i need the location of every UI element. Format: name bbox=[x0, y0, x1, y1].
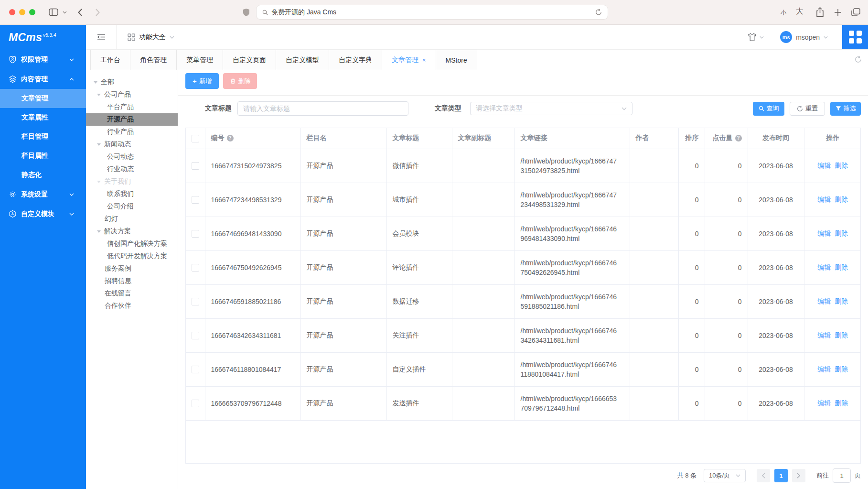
privacy-shield-icon[interactable] bbox=[243, 8, 250, 19]
delete-link[interactable]: 删除 bbox=[835, 297, 848, 305]
tab-close-icon[interactable]: × bbox=[422, 57, 426, 63]
prev-page-button[interactable] bbox=[757, 469, 770, 482]
tree-item[interactable]: 公司产品 bbox=[86, 88, 178, 101]
caret-down-icon[interactable] bbox=[97, 94, 101, 96]
tree-item[interactable]: 行业产品 bbox=[86, 126, 178, 138]
edit-link[interactable]: 编辑 bbox=[817, 399, 831, 407]
page-size-select[interactable]: 10条/页 bbox=[704, 469, 746, 482]
sidebar-subitem-4[interactable]: 栏目属性 bbox=[0, 146, 86, 165]
text-zoom-in-icon[interactable]: 大 bbox=[796, 7, 804, 17]
query-button[interactable]: 查询 bbox=[753, 102, 784, 116]
edit-link[interactable]: 编辑 bbox=[817, 297, 831, 305]
type-filter-select[interactable]: 请选择文章类型 bbox=[470, 102, 632, 115]
delete-link[interactable]: 删除 bbox=[835, 263, 848, 271]
tab-7[interactable]: 文章管理× bbox=[382, 50, 436, 70]
tab-1[interactable]: 工作台 bbox=[90, 50, 130, 70]
new-tab-icon[interactable] bbox=[834, 9, 842, 16]
row-checkbox[interactable] bbox=[192, 264, 199, 272]
sidebar-subitem-1[interactable]: 文章管理 bbox=[0, 89, 86, 108]
caret-down-icon[interactable] bbox=[97, 230, 101, 233]
reset-button[interactable]: 重置 bbox=[790, 102, 825, 116]
forward-icon[interactable] bbox=[95, 8, 100, 17]
tree-item[interactable]: 合作伙伴 bbox=[86, 300, 178, 312]
next-page-button[interactable] bbox=[792, 469, 805, 482]
app-logo[interactable]: MCms v5.3.4 bbox=[0, 25, 86, 50]
delete-link[interactable]: 删除 bbox=[835, 365, 848, 373]
collapse-sidebar-icon[interactable] bbox=[97, 33, 106, 41]
tree-item[interactable]: 全部 bbox=[86, 76, 178, 88]
tab-8[interactable]: MStore bbox=[436, 50, 477, 70]
tree-item[interactable]: 幻灯 bbox=[86, 213, 178, 225]
tree-item[interactable]: 招聘信息 bbox=[86, 275, 178, 287]
current-page-button[interactable]: 1 bbox=[774, 469, 788, 482]
reload-icon[interactable] bbox=[595, 9, 602, 16]
edit-link[interactable]: 编辑 bbox=[817, 196, 831, 203]
sidebar-group-permissions[interactable]: 权限管理 bbox=[0, 50, 86, 69]
tab-2[interactable]: 角色管理 bbox=[130, 50, 177, 70]
row-checkbox[interactable] bbox=[192, 162, 199, 170]
edit-link[interactable]: 编辑 bbox=[817, 365, 831, 373]
share-icon[interactable] bbox=[816, 7, 824, 17]
caret-down-icon[interactable] bbox=[94, 81, 97, 84]
minimize-window-button[interactable] bbox=[19, 9, 25, 15]
delete-button[interactable]: 删除 bbox=[223, 73, 257, 89]
add-button[interactable]: + 新增 bbox=[185, 73, 219, 89]
apps-grid-button[interactable] bbox=[842, 25, 868, 49]
tab-overview-icon[interactable] bbox=[851, 8, 860, 16]
tree-item[interactable]: 平台产品 bbox=[86, 101, 178, 113]
tree-item[interactable]: 关于我们 bbox=[86, 175, 178, 188]
goto-page-input[interactable] bbox=[833, 468, 851, 483]
edit-link[interactable]: 编辑 bbox=[817, 263, 831, 271]
feature-menu[interactable]: 功能大全 bbox=[128, 33, 174, 42]
filter-button[interactable]: 筛选 bbox=[830, 102, 861, 116]
tree-item[interactable]: 新闻动态 bbox=[86, 138, 178, 151]
sidebar-subitem-3[interactable]: 栏目管理 bbox=[0, 127, 86, 146]
back-icon[interactable] bbox=[77, 8, 83, 17]
delete-link[interactable]: 删除 bbox=[835, 229, 848, 237]
select-all-checkbox[interactable] bbox=[192, 135, 199, 142]
sidebar-group-settings[interactable]: 系统设置 bbox=[0, 185, 86, 204]
tree-item[interactable]: 解决方案 bbox=[86, 225, 178, 238]
text-zoom-out-icon[interactable]: 小 bbox=[781, 9, 786, 17]
tab-6[interactable]: 自定义字典 bbox=[329, 50, 382, 70]
tab-4[interactable]: 自定义页面 bbox=[223, 50, 276, 70]
address-bar[interactable]: 免费开源的 Java Cms bbox=[256, 5, 608, 20]
tree-item[interactable]: 联系我们 bbox=[86, 188, 178, 200]
maximize-window-button[interactable] bbox=[29, 9, 35, 15]
tree-item[interactable]: 低代码开发解决方案 bbox=[86, 250, 178, 262]
tree-item[interactable]: 行业动态 bbox=[86, 163, 178, 175]
edit-link[interactable]: 编辑 bbox=[817, 229, 831, 237]
close-window-button[interactable] bbox=[9, 9, 15, 15]
tree-item[interactable]: 在线留言 bbox=[86, 287, 178, 300]
row-checkbox[interactable] bbox=[192, 230, 199, 238]
tree-item[interactable]: 开源产品 bbox=[86, 113, 178, 126]
tree-item[interactable]: 信创国产化解决方案 bbox=[86, 238, 178, 250]
sidebar-group-custom-modules[interactable]: 自定义模块 bbox=[0, 204, 86, 224]
refresh-tabs-icon[interactable] bbox=[855, 56, 862, 65]
row-checkbox[interactable] bbox=[192, 196, 199, 204]
title-filter-input[interactable] bbox=[237, 101, 408, 116]
edit-link[interactable]: 编辑 bbox=[817, 331, 831, 339]
caret-down-icon[interactable] bbox=[97, 143, 101, 146]
tab-3[interactable]: 菜单管理 bbox=[176, 50, 223, 70]
theme-skin-button[interactable] bbox=[748, 33, 764, 41]
tree-item[interactable]: 服务案例 bbox=[86, 262, 178, 275]
sidebar-subitem-2[interactable]: 文章属性 bbox=[0, 108, 86, 127]
row-checkbox[interactable] bbox=[192, 298, 199, 305]
row-checkbox[interactable] bbox=[192, 400, 199, 407]
caret-down-icon[interactable] bbox=[97, 181, 101, 183]
sidebar-group-content[interactable]: 内容管理 bbox=[0, 69, 86, 89]
sidebar-subitem-5[interactable]: 静态化 bbox=[0, 165, 86, 185]
user-menu[interactable]: ms msopen bbox=[780, 31, 828, 43]
row-checkbox[interactable] bbox=[192, 332, 199, 339]
row-checkbox[interactable] bbox=[192, 366, 199, 373]
tree-item[interactable]: 公司介绍 bbox=[86, 200, 178, 213]
delete-link[interactable]: 删除 bbox=[835, 162, 848, 169]
tab-5[interactable]: 自定义模型 bbox=[276, 50, 329, 70]
delete-link[interactable]: 删除 bbox=[835, 196, 848, 203]
sidebar-toggle-icon[interactable] bbox=[49, 8, 58, 16]
edit-link[interactable]: 编辑 bbox=[817, 162, 831, 169]
tree-item[interactable]: 公司动态 bbox=[86, 151, 178, 163]
delete-link[interactable]: 删除 bbox=[835, 399, 848, 407]
sidebar-chevron-icon[interactable] bbox=[63, 11, 67, 14]
